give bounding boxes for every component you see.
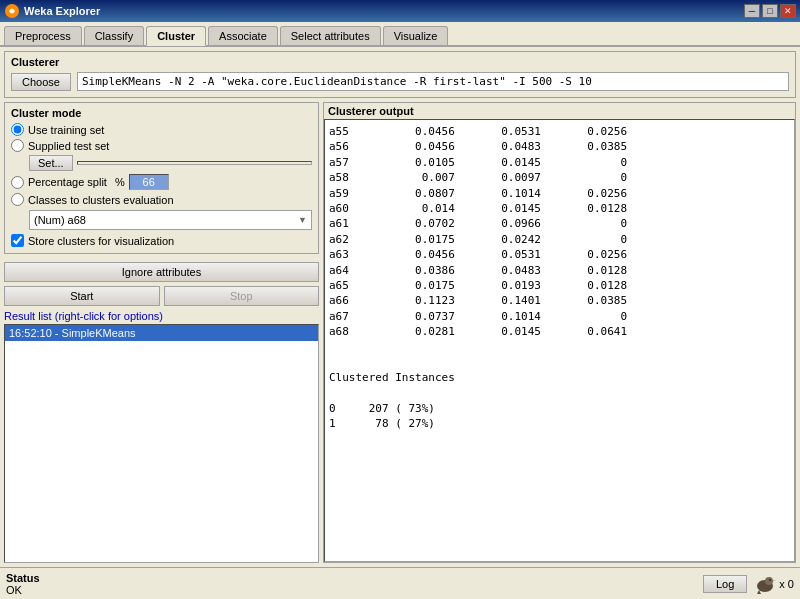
stop-button[interactable]: Stop [164, 286, 320, 306]
cluster-mode-box: Cluster mode Use training set Supplied t… [4, 102, 319, 254]
tab-associate[interactable]: Associate [208, 26, 278, 45]
use-training-radio[interactable] [11, 123, 24, 136]
result-list-label: Result list (right-click for options) [4, 310, 319, 322]
clusterer-group: Clusterer Choose SimpleKMeans -N 2 -A "w… [4, 51, 796, 98]
supplied-test-label: Supplied test set [28, 140, 109, 152]
classes-to-clusters-radio[interactable] [11, 193, 24, 206]
close-button[interactable]: ✕ [780, 4, 796, 18]
output-label: Clusterer output [324, 103, 795, 119]
result-item[interactable]: 16:52:10 - SimpleKMeans [5, 325, 318, 341]
main-content: Clusterer Choose SimpleKMeans -N 2 -A "w… [0, 47, 800, 567]
tab-classify[interactable]: Classify [84, 26, 145, 45]
status-title: Status [6, 572, 40, 584]
percent-input[interactable]: 66 [129, 174, 169, 190]
store-clusters-label: Store clusters for visualization [28, 235, 174, 247]
choose-button[interactable]: Choose [11, 73, 71, 91]
tab-preprocess[interactable]: Preprocess [4, 26, 82, 45]
percentage-split-row: Percentage split % 66 [11, 174, 312, 190]
result-list: 16:52:10 - SimpleKMeans [4, 324, 319, 563]
classes-to-clusters-label: Classes to clusters evaluation [28, 194, 174, 206]
svg-point-3 [769, 579, 771, 581]
x-count: x 0 [779, 578, 794, 590]
tab-visualize[interactable]: Visualize [383, 26, 449, 45]
ignore-attributes-button[interactable]: Ignore attributes [4, 262, 319, 282]
right-panel: Clusterer output a55 0.0456 0.0531 0.025… [323, 102, 796, 563]
combo-arrow-icon: ▼ [298, 215, 307, 225]
classes-combo[interactable]: (Num) a68 ▼ [29, 210, 312, 230]
result-section: Result list (right-click for options) 16… [4, 310, 319, 563]
log-button[interactable]: Log [703, 575, 747, 593]
clusterer-group-label: Clusterer [11, 56, 789, 68]
weka-logo: x 0 [753, 572, 794, 596]
svg-point-2 [765, 577, 773, 585]
window-body: Preprocess Classify Cluster Associate Se… [0, 22, 800, 599]
test-set-row: Set... [11, 155, 312, 171]
combo-value: (Num) a68 [34, 214, 86, 226]
window-controls: ─ □ ✕ [744, 4, 796, 18]
status-bar: Status OK Log x 0 [0, 567, 800, 599]
output-content[interactable]: a55 0.0456 0.0531 0.0256 a56 0.0456 0.04… [324, 119, 795, 562]
use-training-label: Use training set [28, 124, 104, 136]
percent-symbol: % [115, 176, 125, 188]
supplied-test-radio[interactable] [11, 139, 24, 152]
left-panel: Cluster mode Use training set Supplied t… [4, 102, 319, 563]
percentage-split-label: Percentage split [28, 176, 107, 188]
tab-select-attributes[interactable]: Select attributes [280, 26, 381, 45]
store-clusters-row: Store clusters for visualization [11, 234, 312, 247]
clusterer-row: Choose SimpleKMeans -N 2 -A "weka.core.E… [11, 72, 789, 91]
status-left: Status OK [6, 572, 40, 596]
supplied-test-row: Supplied test set [11, 139, 312, 152]
app-icon [4, 3, 20, 19]
tab-cluster[interactable]: Cluster [146, 26, 206, 46]
store-clusters-checkbox[interactable] [11, 234, 24, 247]
set-input [77, 161, 312, 165]
start-stop-row: Start Stop [4, 286, 319, 306]
minimize-button[interactable]: ─ [744, 4, 760, 18]
use-training-row: Use training set [11, 123, 312, 136]
status-right: Log x 0 [703, 572, 794, 596]
status-text: OK [6, 584, 40, 596]
output-text: a55 0.0456 0.0531 0.0256 a56 0.0456 0.04… [329, 124, 790, 432]
maximize-button[interactable]: □ [762, 4, 778, 18]
tab-bar: Preprocess Classify Cluster Associate Se… [0, 22, 800, 47]
output-box: Clusterer output a55 0.0456 0.0531 0.025… [323, 102, 796, 563]
weka-bird-icon [753, 572, 777, 596]
start-button[interactable]: Start [4, 286, 160, 306]
classes-to-clusters-row: Classes to clusters evaluation [11, 193, 312, 206]
set-button[interactable]: Set... [29, 155, 73, 171]
title-text: Weka Explorer [24, 5, 100, 17]
title-bar: Weka Explorer ─ □ ✕ [0, 0, 800, 22]
main-panels: Cluster mode Use training set Supplied t… [4, 102, 796, 563]
cluster-mode-title: Cluster mode [11, 107, 312, 119]
clusterer-config: SimpleKMeans -N 2 -A "weka.core.Euclidea… [77, 72, 789, 91]
percentage-split-radio[interactable] [11, 176, 24, 189]
